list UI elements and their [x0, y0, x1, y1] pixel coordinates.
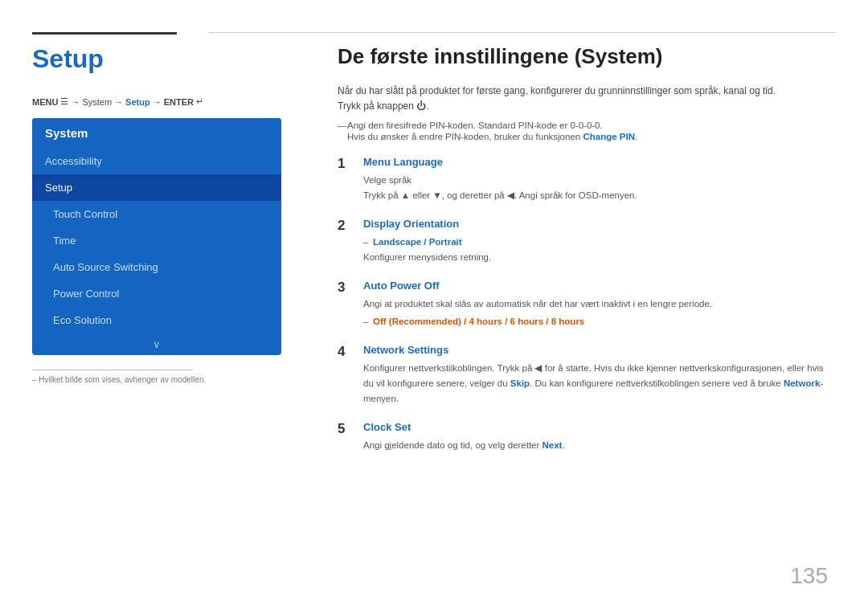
arrow2: → — [114, 97, 123, 107]
pin-note-1: Angi den firesifrede PIN-koden. Standard… — [338, 121, 836, 130]
system-menu-header: System — [32, 118, 281, 148]
section-4: 4 Network Settings Konfigurer nettverkst… — [338, 344, 836, 407]
section-4-content: Network Settings Konfigurer nettverkstil… — [363, 344, 836, 407]
change-pin-link[interactable]: Change PIN — [583, 132, 635, 141]
section-5: 5 Clock Set Angi gjeldende dato og tid, … — [338, 421, 836, 453]
setup-label: Setup — [125, 97, 150, 107]
chevron-down-icon: ∨ — [32, 333, 281, 355]
enter-label: ENTER — [164, 97, 194, 107]
setup-title: Setup — [32, 44, 305, 74]
section-5-body: Angi gjeldende dato og tid, og velg dere… — [363, 438, 836, 453]
menu-symbol: ☰ — [60, 96, 68, 107]
section-5-content: Clock Set Angi gjeldende dato og tid, og… — [363, 421, 836, 453]
pin-note-2: Hvis du ønsker å endre PIN-koden, bruker… — [338, 132, 836, 141]
section-2-heading: Display Orientation — [363, 218, 836, 230]
arrow1: → — [71, 97, 80, 107]
section-3-subitem: Off (Recommended) / 4 hours / 6 hours / … — [363, 314, 836, 329]
menu-item-accessibility[interactable]: Accessibility — [32, 148, 281, 174]
next-link[interactable]: Next — [542, 440, 563, 450]
section-1-body: Velge språk Trykk på ▲ eller ▼, og deret… — [363, 173, 836, 203]
network-link[interactable]: Network — [784, 378, 820, 388]
section-4-body: Konfigurer nettverkstilkoblingen. Trykk … — [363, 361, 836, 407]
section-1-heading: Menu Language — [363, 156, 836, 168]
menu-footer-divider — [32, 370, 193, 370]
arrow3: → — [153, 97, 162, 107]
intro-text: Når du har slått på produktet for første… — [338, 84, 836, 114]
section-1: 1 Menu Language Velge språk Trykk på ▲ e… — [338, 156, 836, 203]
left-panel: Setup MENU ☰ → System → Setup → ENTER ↵ … — [32, 44, 305, 384]
menu-item-touch-control[interactable]: Touch Control — [32, 201, 281, 227]
section-2-number: 2 — [338, 218, 352, 265]
section-4-heading: Network Settings — [363, 344, 836, 356]
section-5-number: 5 — [338, 421, 352, 453]
enter-icon: ↵ — [196, 96, 203, 107]
auto-power-options: Off (Recommended) / 4 hours / 6 hours / … — [373, 317, 584, 326]
section-3-heading: Auto Power Off — [363, 280, 836, 292]
page-title: De første innstillingene (System) — [338, 44, 836, 69]
section-3: 3 Auto Power Off Angi at produktet skal … — [338, 280, 836, 329]
top-border-line — [209, 32, 836, 33]
right-panel: De første innstillingene (System) Når du… — [338, 44, 836, 468]
section-4-number: 4 — [338, 344, 352, 407]
section-2-body: Landscape / Portrait Konfigurer menyside… — [363, 235, 836, 265]
section-1-number: 1 — [338, 156, 352, 203]
menu-footer-note: – Hvilket bilde som vises, avhenger av m… — [32, 375, 305, 384]
section-1-content: Menu Language Velge språk Trykk på ▲ ell… — [363, 156, 836, 203]
menu-label: MENU — [32, 97, 58, 107]
menu-item-eco-solution[interactable]: Eco Solution — [32, 307, 281, 333]
top-border-accent — [32, 32, 177, 35]
section-3-body: Angi at produktet skal slås av automatis… — [363, 296, 836, 329]
section-3-number: 3 — [338, 280, 352, 329]
page-number: 135 — [790, 563, 828, 589]
section-3-content: Auto Power Off Angi at produktet skal sl… — [363, 280, 836, 329]
menu-item-setup[interactable]: Setup — [32, 174, 281, 201]
section-2: 2 Display Orientation Landscape / Portra… — [338, 218, 836, 265]
menu-item-power-control[interactable]: Power Control — [32, 280, 281, 307]
system-menu: System Accessibility Setup Touch Control… — [32, 118, 281, 355]
section-2-subitem: Landscape / Portrait — [363, 235, 836, 250]
system-label: System — [82, 97, 112, 107]
section-2-content: Display Orientation Landscape / Portrait… — [363, 218, 836, 265]
skip-link[interactable]: Skip — [510, 378, 530, 388]
menu-item-auto-source-switching[interactable]: Auto Source Switching — [32, 254, 281, 280]
menu-item-time[interactable]: Time — [32, 227, 281, 254]
menu-path: MENU ☰ → System → Setup → ENTER ↵ — [32, 96, 305, 107]
landscape-portrait-label: Landscape / Portrait — [373, 237, 462, 247]
section-5-heading: Clock Set — [363, 421, 836, 433]
